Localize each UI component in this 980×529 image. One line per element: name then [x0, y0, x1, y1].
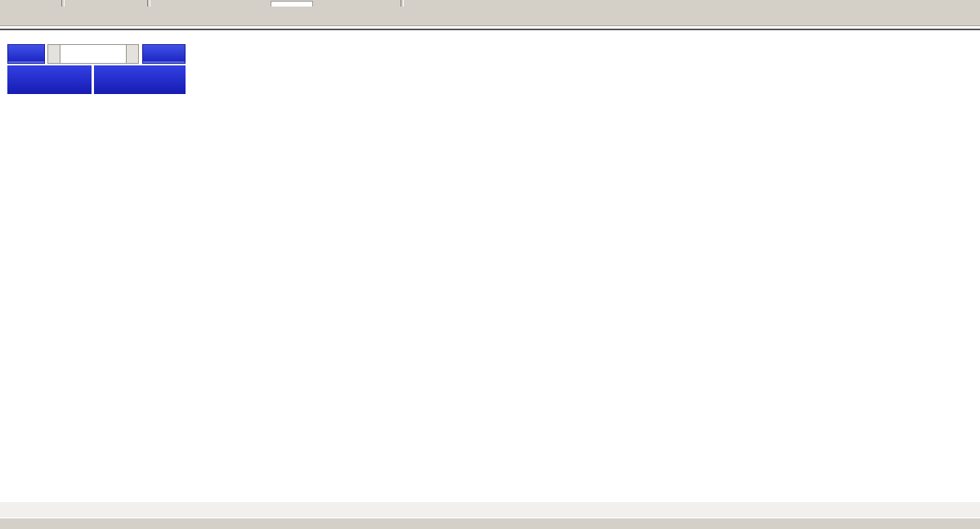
toolbar-separator [401, 0, 404, 7]
chart-window [0, 29, 980, 502]
toolbar-separator [61, 0, 65, 7]
volume-stepper [47, 44, 139, 64]
ask-price-panel[interactable] [94, 65, 186, 94]
volume-input[interactable] [60, 44, 126, 64]
trading-platform-window [0, 0, 980, 529]
volume-decrease-icon[interactable] [47, 44, 60, 64]
one-click-trade-panel [7, 44, 187, 94]
price-chart [0, 30, 980, 502]
buy-button[interactable] [142, 44, 186, 64]
toolbar-separator [147, 0, 150, 7]
status-strip [0, 518, 980, 529]
sell-button[interactable] [7, 44, 45, 64]
bid-price-panel[interactable] [7, 65, 92, 94]
toolbar-edge-strip [0, 0, 980, 7]
chart-title [7, 34, 16, 45]
timeframe-toolbar [0, 7, 980, 26]
volume-increase-icon[interactable] [126, 44, 139, 64]
chart-tab-bar [0, 502, 980, 518]
